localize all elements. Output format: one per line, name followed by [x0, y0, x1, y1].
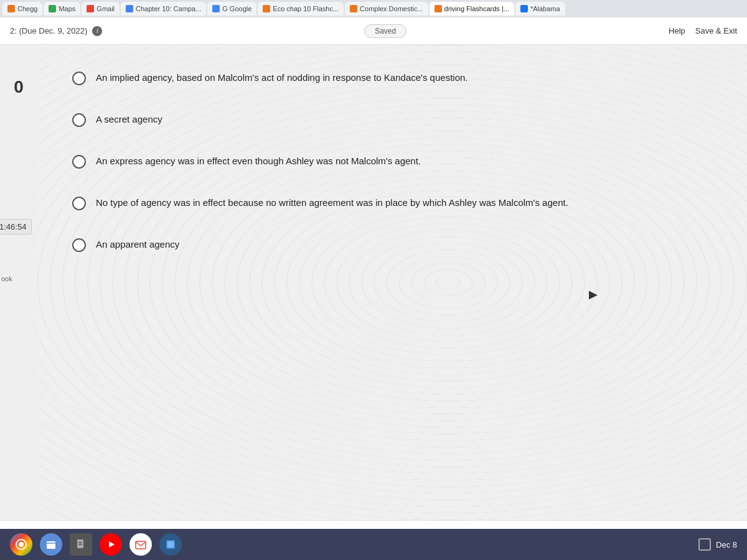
main-content: 0 1:46:54 ook An implied agency, based o…	[0, 45, 747, 520]
breadcrumb: 2: (Due Dec. 9, 2022)	[10, 26, 87, 35]
tab-eco[interactable]: Eco chap 10 Flashc...	[258, 2, 344, 16]
header-right: Help Save & Exit	[669, 26, 737, 35]
option-row-2[interactable]: A secret agency	[62, 99, 722, 141]
radio-option-1[interactable]	[72, 72, 86, 85]
eco-icon	[263, 5, 270, 12]
option-text-2: A secret agency	[96, 113, 162, 127]
svg-rect-7	[136, 541, 146, 549]
header-bar: 2: (Due Dec. 9, 2022) i Saved Help Save …	[0, 17, 747, 45]
chegg-icon	[7, 5, 15, 12]
tab-google[interactable]: G Google	[207, 2, 256, 16]
chapter-icon	[126, 5, 133, 12]
gmail-tab-icon	[87, 5, 94, 12]
tab-complex[interactable]: Complex Domestic...	[345, 2, 428, 16]
option-text-5: An apparent agency	[96, 238, 179, 252]
header-center: Saved	[364, 24, 406, 38]
saved-badge: Saved	[364, 24, 406, 38]
option-row-4[interactable]: No type of agency was in effect because …	[62, 182, 722, 224]
svg-marker-6	[109, 541, 115, 548]
radio-option-4[interactable]	[72, 197, 86, 210]
options-area: An implied agency, based on Malcolm's ac…	[37, 45, 747, 520]
taskbar-chrome[interactable]	[10, 533, 32, 556]
book-label: ook	[1, 275, 12, 282]
radio-option-2[interactable]	[72, 113, 86, 127]
complex-icon	[350, 5, 357, 12]
window-icon[interactable]	[698, 538, 711, 551]
taskbar: Dec 8	[0, 529, 747, 560]
tab-chapter10[interactable]: Chapter 10: Campa...	[121, 2, 206, 16]
option-text-1: An implied agency, based on Malcolm's ac…	[96, 71, 467, 85]
option-row-5[interactable]: An apparent agency	[62, 224, 722, 266]
question-number: 0	[14, 77, 24, 97]
option-row-1[interactable]: An implied agency, based on Malcolm's ac…	[62, 57, 722, 99]
taskbar-right: Dec 8	[698, 538, 737, 551]
tab-gmail[interactable]: Gmail	[82, 2, 120, 16]
timer: 1:46:54	[0, 219, 32, 235]
alabama-icon	[520, 5, 528, 12]
radio-option-3[interactable]	[72, 155, 86, 169]
radio-option-5[interactable]	[72, 238, 86, 252]
tab-alabama[interactable]: *Alabama	[515, 2, 565, 16]
option-text-3: An express agency was in effect even tho…	[96, 154, 421, 169]
header-left: 2: (Due Dec. 9, 2022) i	[10, 26, 102, 36]
info-icon[interactable]: i	[92, 26, 102, 36]
taskbar-docs[interactable]	[70, 533, 92, 556]
save-exit-button[interactable]: Save & Exit	[695, 26, 737, 35]
svg-rect-9	[167, 541, 174, 548]
svg-rect-3	[77, 539, 83, 548]
left-sidebar: 0 1:46:54 ook	[0, 45, 37, 520]
maps-icon	[49, 5, 56, 12]
browser-tab-bar: Chegg Maps Gmail Chapter 10: Campa... G …	[0, 0, 747, 17]
taskbar-photos[interactable]	[159, 533, 182, 556]
tab-maps[interactable]: Maps	[44, 2, 80, 16]
tab-driving[interactable]: driving Flashcards |...	[430, 2, 514, 16]
taskbar-left	[10, 533, 182, 556]
help-link[interactable]: Help	[669, 26, 685, 35]
option-row-3[interactable]: An express agency was in effect even tho…	[62, 141, 722, 182]
taskbar-date: Dec 8	[716, 540, 737, 549]
taskbar-files[interactable]	[40, 533, 62, 556]
svg-rect-2	[47, 541, 55, 549]
google-tab-icon	[212, 5, 220, 12]
taskbar-youtube[interactable]	[100, 533, 122, 556]
taskbar-gmail[interactable]	[129, 533, 152, 556]
option-text-4: No type of agency was in effect because …	[96, 196, 568, 210]
tab-chegg[interactable]: Chegg	[2, 2, 42, 16]
driving-icon	[435, 5, 442, 12]
svg-point-1	[19, 542, 24, 547]
